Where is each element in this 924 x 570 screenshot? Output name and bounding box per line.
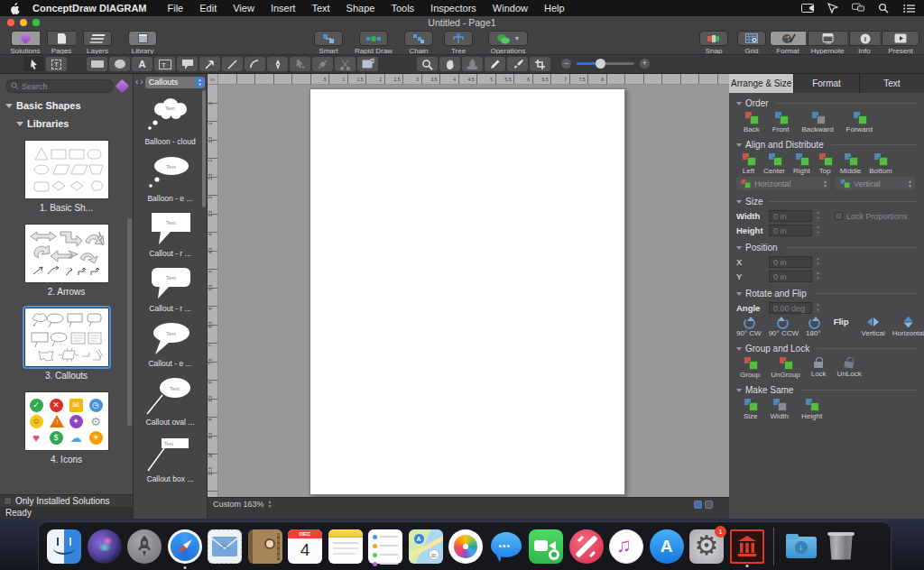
library-selector-dropdown[interactable]: Callouts ▲▼ (145, 77, 205, 88)
align-header[interactable]: Align and Distribute (736, 140, 917, 150)
x-stepper[interactable]: ▲▼ (814, 256, 822, 268)
photos-icon[interactable] (448, 529, 483, 564)
cut-tool[interactable] (335, 57, 356, 71)
notes-icon[interactable] (328, 529, 363, 564)
search-input[interactable] (22, 82, 108, 91)
solutions-diamond-icon[interactable] (116, 79, 130, 94)
rotate-180-button[interactable]: 180° (806, 317, 821, 337)
apple-menu-icon[interactable] (9, 2, 22, 14)
facetime-icon[interactable] (529, 529, 563, 564)
present-button[interactable]: Present (881, 31, 920, 55)
menu-item[interactable]: View (225, 3, 263, 14)
align-center-button[interactable]: Center (763, 153, 785, 175)
zoom-out-button[interactable]: − (561, 59, 571, 69)
only-installed-checkbox[interactable] (4, 497, 12, 505)
lock-proportions-checkbox[interactable] (835, 212, 843, 220)
flip-vertical-button[interactable]: Vertical (862, 317, 885, 337)
y-input[interactable]: 0 in (769, 271, 812, 282)
stamp-tool[interactable] (462, 57, 483, 71)
library-thumb-callouts[interactable]: 3. Callouts (0, 308, 133, 381)
crop-tool[interactable] (530, 57, 550, 71)
pencil-tool[interactable] (485, 57, 505, 71)
rotate-90-cw-button[interactable]: 90° CW (736, 317, 762, 337)
flip-horizontal-button[interactable]: Horizontal (892, 317, 924, 337)
group-button[interactable]: Group (740, 357, 760, 379)
align-bottom-button[interactable]: Bottom (869, 153, 892, 175)
mail-icon[interactable] (208, 529, 242, 564)
zoom-window-button[interactable] (32, 19, 40, 26)
zoom-level-control[interactable]: Custom 163% (213, 500, 264, 509)
prohibited-icon[interactable] (569, 529, 604, 564)
menu-item[interactable]: Tools (383, 3, 422, 14)
bring-to-front-button[interactable]: Front (772, 112, 790, 133)
distribute-vertical-dropdown[interactable]: Vertical▲▼ (836, 177, 915, 190)
node-edit-tool[interactable] (290, 57, 310, 71)
library-thumb-icons[interactable]: ✓ ✕ ✉ ◷ ☺ ! ✦ ⚙ ♥ $ ☁ ☀ (0, 391, 133, 464)
reminders-icon[interactable] (368, 529, 402, 564)
clip-shape-tool[interactable] (357, 57, 378, 71)
messages-icon[interactable]: ••• (489, 529, 523, 564)
rotate-90-ccw-button[interactable]: 90° CCW (769, 317, 799, 337)
basic-shapes-section-header[interactable]: Basic Shapes (5, 100, 133, 111)
library-shape-callout-oval[interactable]: Text Callout oval ... (139, 376, 202, 432)
trash-icon[interactable] (824, 529, 858, 564)
menu-item[interactable]: Text (303, 3, 337, 14)
zoom-in-button[interactable]: + (640, 59, 650, 69)
format-button[interactable]: Format (769, 31, 807, 55)
document-page[interactable] (310, 88, 625, 495)
siri-icon[interactable] (88, 529, 122, 564)
lock-button[interactable]: Lock (811, 357, 827, 379)
height-stepper[interactable]: ▲▼ (814, 225, 822, 236)
close-window-button[interactable] (7, 19, 14, 26)
library-shape-callout-ellipse[interactable]: Text Callout - e ... (139, 321, 202, 373)
text-tool[interactable]: A (132, 57, 152, 71)
align-top-button[interactable]: Top (818, 153, 832, 175)
align-middle-button[interactable]: Middle (840, 153, 862, 175)
itunes-icon[interactable]: ♫ (609, 529, 643, 564)
anchor-point-tool[interactable] (312, 57, 333, 71)
align-left-button[interactable]: Left (742, 153, 755, 175)
finder-icon[interactable] (47, 529, 81, 564)
launchpad-icon[interactable] (127, 529, 162, 564)
make-same-width-button[interactable]: Width (771, 399, 789, 420)
rectangle-tool[interactable] (87, 57, 107, 71)
page-nav-icon[interactable] (694, 501, 702, 509)
align-right-button[interactable]: Right (793, 153, 810, 175)
tab-format[interactable]: Format (794, 74, 859, 93)
smart-button[interactable]: Smart (310, 31, 346, 55)
displays-icon[interactable] (852, 3, 864, 14)
library-thumb-arrows[interactable]: 2. Arrows (0, 224, 133, 297)
zoom-tool[interactable] (417, 57, 438, 71)
conceptdraw-diagram-icon[interactable] (730, 529, 764, 564)
libraries-section-header[interactable]: Libraries (16, 118, 133, 129)
line-tool[interactable] (222, 57, 243, 71)
width-input[interactable]: 0 in (769, 210, 812, 222)
library-scrollbar[interactable] (202, 90, 206, 207)
drawing-viewport[interactable] (218, 85, 729, 497)
menu-item[interactable]: Edit (191, 3, 225, 14)
grid-button[interactable]: Grid (736, 31, 767, 55)
format-brush-tool[interactable] (507, 57, 528, 71)
x-input[interactable]: 0 in (769, 256, 812, 268)
size-header[interactable]: Size (736, 197, 917, 207)
make-same-size-button[interactable]: Size (744, 399, 758, 420)
menu-item[interactable]: Window (485, 3, 536, 14)
bring-forward-button[interactable]: Forward (846, 112, 873, 133)
callout-tool[interactable] (177, 57, 198, 71)
library-thumb-basic-shapes[interactable]: 1. Basic Sh... (0, 140, 133, 213)
menu-item[interactable]: Shape (338, 3, 383, 14)
arrow-tool[interactable] (199, 57, 220, 71)
chain-button[interactable]: Chain (401, 31, 437, 55)
zoom-stepper-icon[interactable]: ▲▼ (268, 500, 273, 509)
system-preferences-icon[interactable]: ⚙ 1 (689, 529, 724, 564)
search-field[interactable] (5, 79, 114, 93)
library-shape-callout-rounded[interactable]: Text Callout - r ... (139, 266, 202, 318)
sidebar-scrollbar[interactable] (127, 218, 132, 426)
text-box-tool[interactable]: T (154, 57, 175, 71)
maps-icon[interactable]: A 3D (409, 529, 443, 564)
library-shape-balloon-cloud[interactable]: Text Balloon - cloud (139, 96, 202, 152)
library-shape-balloon-ellipse[interactable]: Text Balloon - e ... (139, 154, 202, 208)
ellipse-tool[interactable] (109, 57, 130, 71)
contacts-icon[interactable] (248, 529, 282, 564)
info-button[interactable]: i Info (848, 31, 881, 55)
